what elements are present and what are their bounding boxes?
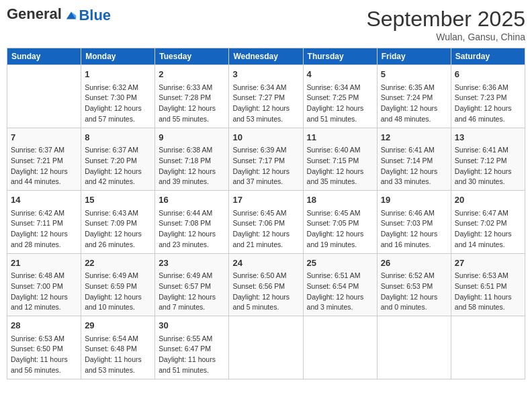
calendar-cell: 6Sunrise: 6:36 AM Sunset: 7:23 PM Daylig…	[451, 65, 525, 128]
calendar-week-row: 1Sunrise: 6:32 AM Sunset: 7:30 PM Daylig…	[7, 65, 525, 128]
day-detail: Sunrise: 6:53 AM Sunset: 6:51 PM Dayligh…	[455, 271, 521, 313]
day-detail: Sunrise: 6:48 AM Sunset: 7:00 PM Dayligh…	[11, 271, 77, 313]
title-block: September 2025 Wulan, Gansu, China	[366, 7, 525, 42]
calendar-cell: 28Sunrise: 6:53 AM Sunset: 6:50 PM Dayli…	[7, 316, 81, 379]
calendar-cell: 3Sunrise: 6:34 AM Sunset: 7:27 PM Daylig…	[229, 65, 303, 128]
day-number: 8	[85, 131, 151, 144]
day-number: 26	[381, 257, 447, 270]
calendar-cell: 14Sunrise: 6:42 AM Sunset: 7:11 PM Dayli…	[7, 191, 81, 254]
calendar-cell: 13Sunrise: 6:41 AM Sunset: 7:12 PM Dayli…	[451, 128, 525, 191]
day-detail: Sunrise: 6:51 AM Sunset: 6:54 PM Dayligh…	[307, 271, 373, 313]
day-detail: Sunrise: 6:33 AM Sunset: 7:28 PM Dayligh…	[159, 83, 225, 125]
calendar-cell	[303, 316, 377, 379]
day-detail: Sunrise: 6:41 AM Sunset: 7:12 PM Dayligh…	[455, 145, 521, 187]
calendar-cell: 18Sunrise: 6:45 AM Sunset: 7:05 PM Dayli…	[303, 191, 377, 254]
day-detail: Sunrise: 6:34 AM Sunset: 7:27 PM Dayligh…	[232, 83, 299, 125]
calendar-cell: 4Sunrise: 6:34 AM Sunset: 7:25 PM Daylig…	[303, 65, 377, 128]
day-detail: Sunrise: 6:42 AM Sunset: 7:11 PM Dayligh…	[11, 208, 77, 250]
calendar-header-row: SundayMondayTuesdayWednesdayThursdayFrid…	[7, 48, 525, 65]
day-number: 1	[85, 68, 151, 81]
calendar-table: SundayMondayTuesdayWednesdayThursdayFrid…	[7, 48, 525, 379]
day-number: 22	[85, 257, 151, 270]
day-detail: Sunrise: 6:55 AM Sunset: 6:47 PM Dayligh…	[159, 334, 225, 376]
day-detail: Sunrise: 6:50 AM Sunset: 6:56 PM Dayligh…	[232, 271, 299, 313]
day-detail: Sunrise: 6:39 AM Sunset: 7:17 PM Dayligh…	[232, 145, 299, 187]
day-number: 9	[159, 131, 225, 144]
calendar-cell: 2Sunrise: 6:33 AM Sunset: 7:28 PM Daylig…	[155, 65, 229, 128]
day-detail: Sunrise: 6:53 AM Sunset: 6:50 PM Dayligh…	[11, 334, 77, 376]
calendar-cell	[229, 316, 303, 379]
day-of-week-header: Friday	[377, 48, 451, 65]
day-detail: Sunrise: 6:43 AM Sunset: 7:09 PM Dayligh…	[85, 208, 151, 250]
day-number: 27	[455, 257, 521, 270]
logo: General Blue	[7, 7, 111, 23]
day-number: 15	[85, 193, 151, 207]
day-detail: Sunrise: 6:46 AM Sunset: 7:03 PM Dayligh…	[381, 208, 447, 250]
calendar-cell: 25Sunrise: 6:51 AM Sunset: 6:54 PM Dayli…	[303, 253, 377, 316]
day-number: 3	[232, 68, 299, 81]
calendar-week-row: 14Sunrise: 6:42 AM Sunset: 7:11 PM Dayli…	[7, 191, 525, 254]
calendar-week-row: 21Sunrise: 6:48 AM Sunset: 7:00 PM Dayli…	[7, 253, 525, 316]
calendar-week-row: 28Sunrise: 6:53 AM Sunset: 6:50 PM Dayli…	[7, 316, 525, 379]
calendar-cell: 1Sunrise: 6:32 AM Sunset: 7:30 PM Daylig…	[81, 65, 155, 128]
calendar-cell: 19Sunrise: 6:46 AM Sunset: 7:03 PM Dayli…	[377, 191, 451, 254]
day-number: 16	[159, 193, 225, 207]
page-header: General Blue September 2025 Wulan, Gansu…	[7, 7, 525, 42]
day-of-week-header: Wednesday	[229, 48, 303, 65]
day-number: 20	[455, 193, 521, 207]
calendar-cell	[7, 65, 81, 128]
day-detail: Sunrise: 6:35 AM Sunset: 7:24 PM Dayligh…	[381, 83, 447, 125]
day-of-week-header: Thursday	[303, 48, 377, 65]
day-number: 25	[307, 257, 373, 270]
day-number: 19	[381, 193, 447, 207]
day-number: 17	[232, 193, 299, 207]
day-of-week-header: Sunday	[7, 48, 81, 65]
day-detail: Sunrise: 6:45 AM Sunset: 7:06 PM Dayligh…	[232, 208, 299, 250]
calendar-cell: 27Sunrise: 6:53 AM Sunset: 6:51 PM Dayli…	[451, 253, 525, 316]
day-number: 2	[159, 68, 225, 81]
day-detail: Sunrise: 6:52 AM Sunset: 6:53 PM Dayligh…	[381, 271, 447, 313]
calendar-cell: 24Sunrise: 6:50 AM Sunset: 6:56 PM Dayli…	[229, 253, 303, 316]
logo-general: General	[7, 5, 62, 22]
calendar-cell: 16Sunrise: 6:44 AM Sunset: 7:08 PM Dayli…	[155, 191, 229, 254]
day-of-week-header: Tuesday	[155, 48, 229, 65]
day-detail: Sunrise: 6:37 AM Sunset: 7:21 PM Dayligh…	[11, 145, 77, 187]
location-subtitle: Wulan, Gansu, China	[366, 32, 525, 42]
calendar-cell: 5Sunrise: 6:35 AM Sunset: 7:24 PM Daylig…	[377, 65, 451, 128]
calendar-cell: 15Sunrise: 6:43 AM Sunset: 7:09 PM Dayli…	[81, 191, 155, 254]
day-detail: Sunrise: 6:45 AM Sunset: 7:05 PM Dayligh…	[307, 208, 373, 250]
day-number: 5	[381, 68, 447, 81]
logo-icon	[65, 9, 77, 21]
calendar-cell: 23Sunrise: 6:49 AM Sunset: 6:57 PM Dayli…	[155, 253, 229, 316]
calendar-cell: 20Sunrise: 6:47 AM Sunset: 7:02 PM Dayli…	[451, 191, 525, 254]
day-detail: Sunrise: 6:36 AM Sunset: 7:23 PM Dayligh…	[455, 83, 521, 125]
day-number: 13	[455, 131, 521, 144]
day-detail: Sunrise: 6:49 AM Sunset: 6:57 PM Dayligh…	[159, 271, 225, 313]
calendar-cell: 10Sunrise: 6:39 AM Sunset: 7:17 PM Dayli…	[229, 128, 303, 191]
day-number: 6	[455, 68, 521, 81]
day-number: 14	[11, 193, 77, 207]
day-of-week-header: Saturday	[451, 48, 525, 65]
calendar-cell: 26Sunrise: 6:52 AM Sunset: 6:53 PM Dayli…	[377, 253, 451, 316]
day-number: 23	[159, 257, 225, 270]
calendar-cell	[451, 316, 525, 379]
month-title: September 2025	[366, 7, 525, 32]
calendar-cell: 22Sunrise: 6:49 AM Sunset: 6:59 PM Dayli…	[81, 253, 155, 316]
day-detail: Sunrise: 6:34 AM Sunset: 7:25 PM Dayligh…	[307, 83, 373, 125]
day-detail: Sunrise: 6:47 AM Sunset: 7:02 PM Dayligh…	[455, 208, 521, 250]
calendar-cell: 21Sunrise: 6:48 AM Sunset: 7:00 PM Dayli…	[7, 253, 81, 316]
day-detail: Sunrise: 6:40 AM Sunset: 7:15 PM Dayligh…	[307, 145, 373, 187]
calendar-cell: 12Sunrise: 6:41 AM Sunset: 7:14 PM Dayli…	[377, 128, 451, 191]
day-number: 18	[307, 193, 373, 207]
day-detail: Sunrise: 6:37 AM Sunset: 7:20 PM Dayligh…	[85, 145, 151, 187]
day-detail: Sunrise: 6:49 AM Sunset: 6:59 PM Dayligh…	[85, 271, 151, 313]
calendar-cell: 17Sunrise: 6:45 AM Sunset: 7:06 PM Dayli…	[229, 191, 303, 254]
calendar-cell	[377, 316, 451, 379]
day-number: 4	[307, 68, 373, 81]
day-detail: Sunrise: 6:38 AM Sunset: 7:18 PM Dayligh…	[159, 145, 225, 187]
calendar-cell: 30Sunrise: 6:55 AM Sunset: 6:47 PM Dayli…	[155, 316, 229, 379]
day-number: 21	[11, 257, 77, 270]
logo-blue: Blue	[79, 7, 111, 24]
day-number: 11	[307, 131, 373, 144]
day-number: 29	[85, 319, 151, 332]
